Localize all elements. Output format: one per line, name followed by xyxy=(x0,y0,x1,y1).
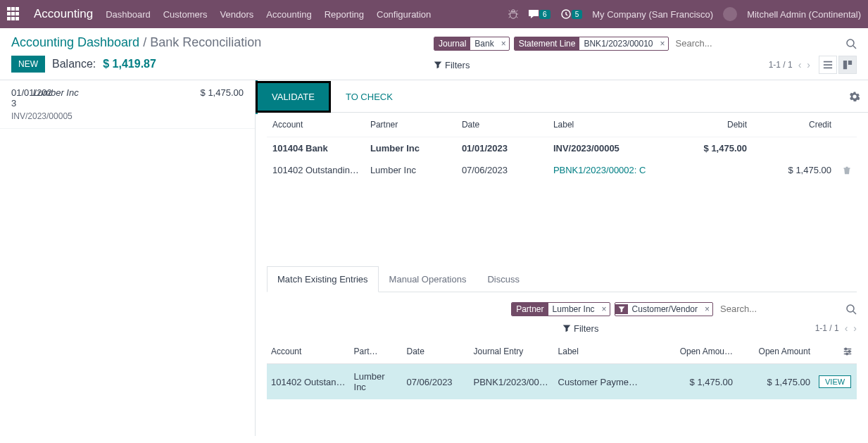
app-brand[interactable]: Accounting xyxy=(34,7,93,21)
messages-icon[interactable]: 6 xyxy=(528,8,551,20)
activities-badge: 5 xyxy=(572,10,583,19)
match-table: Account Part… Date Journal Entry Label O… xyxy=(256,339,868,399)
pager-prev[interactable]: ‹ xyxy=(845,323,848,334)
statement-partner: Lumber Inc xyxy=(33,87,79,108)
sub-pager: 1-1 / 1 ‹ › xyxy=(815,323,857,334)
facet-remove[interactable]: × xyxy=(702,304,712,314)
new-button[interactable]: NEW xyxy=(11,56,45,73)
search-input[interactable] xyxy=(673,35,841,51)
filter-icon xyxy=(562,324,571,332)
pager-prev[interactable]: ‹ xyxy=(798,59,802,70)
facet-customer-vendor: Customer/Vendor × xyxy=(615,302,713,316)
sub-tabs: Match Existing Entries Manual Operations… xyxy=(267,266,857,292)
view-kanban-button[interactable] xyxy=(838,56,857,74)
top-nav: Accounting Dashboard Customers Vendors A… xyxy=(0,0,868,28)
nav-configuration[interactable]: Configuration xyxy=(377,9,431,20)
col-debit: Debit xyxy=(668,113,753,137)
col-credit: Credit xyxy=(753,113,837,137)
statement-amount: $ 1,475.00 xyxy=(201,87,244,108)
sub-filters-button[interactable]: Filters xyxy=(562,323,598,334)
action-tabs: VALIDATE TO CHECK xyxy=(256,80,868,113)
validate-button[interactable]: VALIDATE xyxy=(256,81,331,113)
breadcrumb: Accounting Dashboard / Bank Reconciliati… xyxy=(11,35,434,50)
search-bar[interactable]: Journal Bank × Statement Line BNK1/2023/… xyxy=(434,35,857,51)
col-account: Account xyxy=(267,339,350,364)
nav-accounting[interactable]: Accounting xyxy=(266,9,311,20)
col-date: Date xyxy=(456,113,548,137)
balance-value: $ 1,419.87 xyxy=(103,58,156,70)
svg-point-4 xyxy=(848,351,850,353)
breadcrumb-root[interactable]: Accounting Dashboard xyxy=(11,35,139,49)
to-check-button[interactable]: TO CHECK xyxy=(331,82,408,111)
svg-point-5 xyxy=(846,353,848,355)
nav-vendors[interactable]: Vendors xyxy=(220,9,254,20)
match-row[interactable]: 101402 Outstan… Lumber Inc 07/06/2023 PB… xyxy=(267,364,857,400)
balance-label: Balance: xyxy=(52,58,96,70)
sub-search-bar[interactable]: Partner Lumber Inc × Customer/Vendor × xyxy=(256,292,868,320)
statement-list: 01/01/2023 Lumber Inc $ 1,475.00 INV/202… xyxy=(0,80,256,436)
control-panel: Accounting Dashboard / Bank Reconciliati… xyxy=(0,28,868,80)
recon-table: Account Partner Date Label Debit Credit … xyxy=(256,113,868,181)
reconciliation-panel: VALIDATE TO CHECK Account Partner Date L… xyxy=(256,80,868,436)
col-date: Date xyxy=(403,339,470,364)
facet-journal: Journal Bank × xyxy=(434,37,510,51)
pager-next[interactable]: › xyxy=(807,59,810,70)
apps-icon[interactable] xyxy=(7,7,21,21)
list-icon xyxy=(823,60,833,70)
avatar[interactable] xyxy=(723,7,737,21)
sliders-icon[interactable] xyxy=(843,347,853,356)
bug-icon[interactable] xyxy=(508,9,518,19)
search-icon[interactable] xyxy=(845,38,857,49)
user-menu[interactable]: Mitchell Admin (Continental) xyxy=(747,9,861,20)
col-label: Label xyxy=(548,113,668,137)
nav-reporting[interactable]: Reporting xyxy=(325,9,364,20)
filters-button[interactable]: Filters xyxy=(434,60,470,70)
statement-ref: INV/2023/00005 xyxy=(11,111,244,121)
filter-icon xyxy=(434,61,442,69)
nav-dashboard[interactable]: Dashboard xyxy=(106,9,151,20)
facet-partner: Partner Lumber Inc × xyxy=(511,302,610,316)
pager-next[interactable]: › xyxy=(853,323,857,334)
col-open: Open Amount xyxy=(737,339,814,364)
main-content: 01/01/2023 Lumber Inc $ 1,475.00 INV/202… xyxy=(0,80,868,436)
col-open-cur: Open Amou… xyxy=(660,339,737,364)
facet-remove[interactable]: × xyxy=(658,39,668,49)
statement-item[interactable]: 01/01/2023 Lumber Inc $ 1,475.00 INV/202… xyxy=(0,80,255,129)
col-label: Label xyxy=(554,339,660,364)
messages-badge: 6 xyxy=(539,10,551,19)
company-switcher[interactable]: My Company (San Francisco) xyxy=(592,9,713,20)
svg-point-2 xyxy=(847,305,854,312)
activities-icon[interactable]: 5 xyxy=(560,8,583,20)
kanban-icon xyxy=(843,60,853,70)
tab-manual-ops[interactable]: Manual Operations xyxy=(379,266,477,292)
gear-icon[interactable] xyxy=(850,92,860,101)
recon-main-line[interactable]: 101404 Bank Lumber Inc 01/01/2023 INV/20… xyxy=(267,137,857,160)
facet-statement-line: Statement Line BNK1/2023/00010 × xyxy=(514,37,669,51)
col-partner: Partner xyxy=(365,113,456,137)
tab-discuss[interactable]: Discuss xyxy=(477,266,530,292)
search-icon[interactable] xyxy=(845,304,857,315)
view-list-button[interactable] xyxy=(819,56,837,74)
svg-point-3 xyxy=(845,348,847,350)
pager: 1-1 / 1 ‹ › xyxy=(769,59,810,70)
svg-point-1 xyxy=(847,39,854,46)
tab-match-existing[interactable]: Match Existing Entries xyxy=(267,266,379,292)
col-partner: Part… xyxy=(350,339,403,364)
facet-remove[interactable]: × xyxy=(498,39,509,49)
breadcrumb-current: Bank Reconciliation xyxy=(150,35,261,49)
sub-search-input[interactable] xyxy=(717,301,841,317)
trash-icon[interactable] xyxy=(843,166,851,175)
facet-remove[interactable]: × xyxy=(599,304,610,314)
nav-customers[interactable]: Customers xyxy=(163,9,208,20)
col-journal: Journal Entry xyxy=(470,339,554,364)
recon-match-line[interactable]: 101402 Outstandin… Lumber Inc 07/06/2023… xyxy=(267,159,857,181)
col-account: Account xyxy=(267,113,365,137)
view-button[interactable]: VIEW xyxy=(819,375,851,388)
filter-icon xyxy=(618,306,625,313)
